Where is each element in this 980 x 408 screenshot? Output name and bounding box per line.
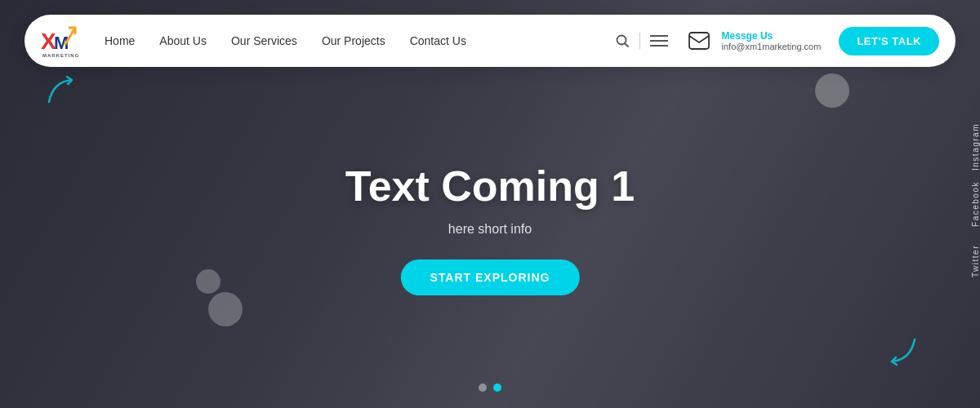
nav-home[interactable]: Home — [105, 34, 135, 47]
decoration-circle-mid1 — [196, 269, 220, 294]
svg-point-4 — [617, 36, 626, 45]
slider-dot-0[interactable] — [479, 384, 487, 392]
social-facebook-label[interactable]: Facebook — [971, 181, 980, 227]
nav-about-us[interactable]: About Us — [159, 34, 207, 47]
nav-divider — [639, 33, 640, 49]
start-exploring-button[interactable]: START EXPLORING — [401, 259, 580, 295]
hero-title: Text Coming 1 — [345, 162, 635, 211]
social-sidebar: Instagram Facebook Twitter — [957, 118, 980, 290]
hero-subtitle: here short info — [345, 222, 635, 237]
logo[interactable]: X M MARKETING — [38, 20, 80, 62]
slider-dots — [479, 384, 501, 392]
contact-label: Messge Us — [722, 30, 822, 42]
decoration-arrow-top-left — [41, 73, 82, 122]
nav-contact-us[interactable]: Contact Us — [410, 34, 466, 47]
hamburger-icon[interactable] — [650, 34, 668, 47]
social-facebook[interactable]: Facebook — [957, 175, 980, 233]
svg-rect-9 — [689, 33, 709, 49]
social-instagram-label[interactable]: Instagram — [971, 123, 980, 171]
contact-email: info@xm1marketing.com — [722, 42, 822, 51]
nav-right: Messge Us info@xm1marketing.com LET'S TA… — [615, 26, 939, 55]
contact-text: Messge Us info@xm1marketing.com — [722, 30, 822, 51]
svg-text:MARKETING: MARKETING — [42, 53, 79, 58]
social-instagram[interactable]: Instagram — [957, 118, 980, 175]
contact-block: Messge Us info@xm1marketing.com — [684, 26, 822, 55]
lets-talk-button[interactable]: LET'S TALK — [839, 27, 939, 55]
nav-links: Home About Us Our Services Our Projects … — [105, 34, 615, 47]
social-twitter[interactable]: Twitter — [957, 233, 980, 290]
svg-line-5 — [625, 44, 628, 47]
hero-content: Text Coming 1 here short info START EXPL… — [345, 162, 635, 295]
social-twitter-label[interactable]: Twitter — [971, 245, 980, 277]
navbar: X M MARKETING Home About Us Our Services… — [24, 15, 956, 67]
slider-dot-1[interactable] — [493, 384, 501, 392]
decoration-arrow-bottom-right — [882, 327, 923, 375]
mail-icon — [684, 26, 714, 55]
decoration-circle-top — [815, 73, 849, 108]
nav-our-projects[interactable]: Our Projects — [322, 34, 385, 47]
nav-our-services[interactable]: Our Services — [231, 34, 297, 47]
decoration-circle-mid2 — [208, 292, 243, 326]
search-icon[interactable] — [615, 33, 630, 48]
